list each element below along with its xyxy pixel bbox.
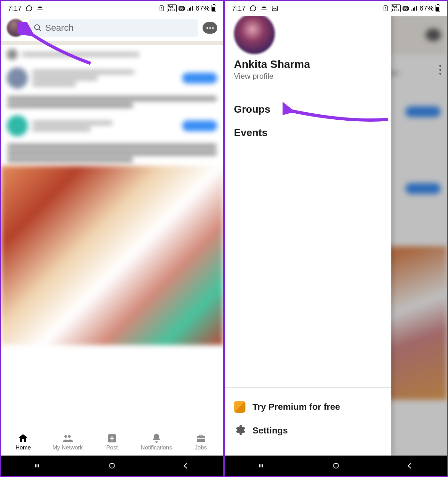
battery-icon [436, 5, 440, 12]
drawer-item-groups[interactable]: Groups [234, 98, 382, 121]
back-button[interactable] [400, 461, 420, 470]
drawer-item-premium[interactable]: Try Premium for free [234, 395, 382, 418]
divider [1, 41, 223, 45]
view-profile-link[interactable]: View profile [234, 72, 382, 81]
nav-home-label: Home [15, 444, 31, 451]
home-button[interactable] [102, 461, 122, 470]
search-input[interactable]: Search [29, 19, 198, 37]
gear-icon [234, 424, 245, 437]
app-header: Search [1, 16, 223, 41]
profile-avatar-button[interactable] [7, 19, 25, 37]
status-time: 7:17 [232, 4, 246, 12]
missed-call-icon [36, 5, 44, 12]
screen-home: 7:17 Vo)LTE1 5G 67% Search [1, 1, 223, 476]
drawer-avatar[interactable] [234, 13, 275, 54]
drawer-item-events[interactable]: Events [234, 121, 382, 144]
svg-rect-2 [110, 464, 114, 468]
status-time: 7:17 [8, 4, 22, 12]
android-navbar [1, 456, 223, 476]
plus-square-icon [107, 433, 117, 444]
messaging-button[interactable] [203, 22, 217, 34]
5g-icon: 5G [179, 6, 185, 11]
volte-icon: Vo)LTE1 [391, 4, 401, 12]
gallery-icon [271, 5, 278, 12]
signal-icon [187, 5, 194, 12]
nav-network[interactable]: My Network [45, 428, 90, 456]
nav-post[interactable]: Post [90, 428, 134, 456]
svg-rect-3 [272, 6, 278, 11]
side-drawer: Ankita Sharma View profile Groups Events… [225, 1, 391, 456]
volte-icon: Vo)LTE1 [167, 4, 177, 12]
5g-icon: 5G [403, 6, 409, 11]
nav-home[interactable]: Home [1, 428, 45, 456]
overflow-menu-button[interactable] [439, 65, 441, 75]
whatsapp-icon [26, 5, 33, 12]
phone-right: 7:17 Vo)LTE1 5G 67% [224, 0, 448, 477]
home-button[interactable] [326, 461, 346, 470]
profile-name: Ankita Sharma [234, 58, 382, 70]
android-navbar [225, 456, 447, 476]
bell-icon [151, 433, 162, 444]
back-button[interactable] [176, 461, 196, 470]
phone-left: 7:17 Vo)LTE1 5G 67% Search [0, 0, 224, 477]
battery-percent: 67% [196, 4, 210, 12]
nav-notifications-label: Notifications [141, 444, 172, 451]
svg-rect-5 [334, 464, 338, 468]
nav-network-label: My Network [52, 444, 83, 451]
drawer-premium-label: Try Premium for free [252, 402, 340, 412]
home-icon [18, 433, 28, 444]
briefcase-icon [196, 433, 206, 444]
search-icon [34, 24, 42, 32]
whatsapp-icon [250, 5, 257, 12]
nav-notifications[interactable]: Notifications [134, 428, 179, 456]
recents-button[interactable] [28, 461, 48, 470]
battery-saver-icon [382, 5, 389, 12]
bottom-nav: Home My Network Post Notifications Jobs [1, 428, 223, 456]
battery-icon [212, 5, 216, 12]
screen-drawer: 7:17 Vo)LTE1 5G 67% [225, 1, 447, 476]
nav-jobs[interactable]: Jobs [179, 428, 223, 456]
drawer-settings-label: Settings [252, 425, 288, 436]
search-placeholder: Search [45, 23, 74, 33]
battery-saver-icon [158, 5, 165, 12]
people-icon [62, 433, 73, 444]
nav-jobs-label: Jobs [195, 444, 207, 451]
feed-blurred [1, 45, 223, 428]
premium-icon [234, 401, 245, 413]
battery-percent: 67% [420, 4, 434, 12]
signal-icon [411, 5, 418, 12]
drawer-item-settings[interactable]: Settings [234, 418, 382, 443]
status-bar: 7:17 Vo)LTE1 5G 67% [225, 1, 447, 16]
recents-button[interactable] [252, 461, 272, 470]
missed-call-icon [260, 5, 268, 12]
status-bar: 7:17 Vo)LTE1 5G 67% [1, 1, 223, 16]
nav-post-label: Post [106, 444, 118, 451]
chat-icon [206, 27, 214, 29]
